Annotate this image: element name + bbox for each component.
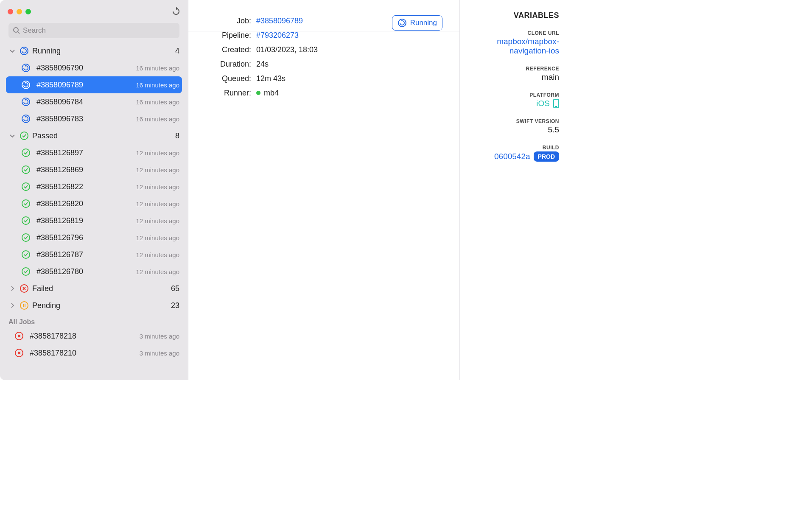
close-window-button[interactable]	[8, 9, 13, 14]
search-input[interactable]	[23, 26, 175, 35]
job-id: #3858126787	[36, 250, 83, 259]
label-queued: Queued:	[205, 74, 256, 83]
job-id: #3858096783	[36, 115, 83, 123]
all-jobs-label: All Jobs	[0, 314, 188, 328]
running-icon	[21, 80, 31, 90]
label-created: Created:	[205, 45, 256, 54]
runner-value: mb4	[256, 89, 279, 98]
job-row[interactable]: #385812679612 minutes ago	[0, 229, 188, 246]
job-id: #3858126822	[36, 182, 83, 191]
job-time: 12 minutes ago	[136, 166, 179, 174]
traffic-lights	[8, 9, 31, 14]
passed-icon	[21, 148, 31, 157]
var-clone-url-value[interactable]: mapbox/mapbox-navigation-ios	[469, 37, 559, 56]
job-id: #3858126819	[36, 216, 83, 225]
duration-value: 24s	[256, 60, 269, 69]
group-label: Passed	[32, 132, 58, 140]
job-time: 16 minutes ago	[136, 115, 179, 123]
job-link[interactable]: #3858096789	[256, 17, 303, 25]
variables-title: VARIABLES	[469, 11, 559, 20]
chevron-down-icon	[8, 47, 16, 55]
passed-icon	[21, 199, 31, 208]
refresh-button[interactable]	[172, 7, 180, 16]
queued-value: 12m 43s	[256, 74, 286, 83]
job-id: #3858178218	[30, 332, 76, 341]
job-row[interactable]: #3858096784 16 minutes ago	[0, 93, 188, 110]
running-icon	[20, 46, 29, 56]
job-id: #3858096789	[36, 81, 83, 90]
job-id: #3858126820	[36, 199, 83, 208]
group-count: 4	[175, 47, 179, 56]
job-time: 16 minutes ago	[136, 81, 179, 89]
group-header-pending[interactable]: Pending 23	[0, 297, 188, 314]
job-time: 12 minutes ago	[136, 234, 179, 241]
label-runner: Runner:	[205, 89, 256, 98]
minimize-window-button[interactable]	[17, 9, 22, 14]
job-row[interactable]: #385812682012 minutes ago	[0, 195, 188, 212]
search-wrap	[0, 23, 188, 42]
detail-body: Running Job:#3858096789 Pipeline:#793206…	[205, 14, 442, 100]
var-platform-value: iOS	[469, 99, 559, 108]
var-build-value: 0600542a PROD	[469, 151, 559, 162]
failed-icon	[14, 331, 24, 341]
titlebar	[0, 0, 188, 23]
job-row[interactable]: #385812689712 minutes ago	[0, 144, 188, 161]
failed-icon	[14, 348, 24, 358]
job-row[interactable]: #385812681912 minutes ago	[0, 212, 188, 229]
running-icon	[21, 114, 31, 123]
zoom-window-button[interactable]	[25, 9, 31, 14]
running-icon	[21, 63, 31, 73]
passed-icon	[21, 250, 31, 259]
search-field[interactable]	[8, 23, 179, 38]
status-text: Running	[410, 19, 437, 27]
job-row[interactable]: #38581782183 minutes ago	[0, 328, 188, 344]
group-header-running[interactable]: Running 4	[0, 42, 188, 59]
job-row[interactable]: #3858096790 16 minutes ago	[0, 59, 188, 76]
platform-text: iOS	[536, 99, 550, 108]
pipeline-link[interactable]: #793206273	[256, 31, 299, 40]
job-row[interactable]: #385812678712 minutes ago	[0, 246, 188, 263]
chevron-right-icon	[8, 285, 16, 292]
group-label: Pending	[32, 301, 60, 310]
passed-icon	[21, 267, 31, 276]
failed-icon	[20, 284, 29, 293]
search-icon	[13, 27, 20, 34]
sidebar: Running 4 #3858096790 16 minutes ago #38…	[0, 0, 188, 380]
chevron-down-icon	[8, 132, 16, 140]
job-row[interactable]: #3858096783 16 minutes ago	[0, 110, 188, 127]
var-reference-label: REFERENCE	[469, 66, 559, 72]
label-duration: Duration:	[205, 60, 256, 69]
passed-icon	[21, 216, 31, 225]
job-row[interactable]: #385812686912 minutes ago	[0, 161, 188, 178]
label-pipeline: Pipeline:	[205, 31, 256, 40]
job-id: #3858096784	[36, 98, 83, 106]
job-id: #3858178210	[30, 349, 76, 358]
job-row-selected[interactable]: #3858096789 16 minutes ago	[6, 76, 182, 93]
job-time: 3 minutes ago	[140, 333, 179, 340]
group-count: 65	[171, 284, 179, 293]
group-label: Running	[32, 47, 61, 56]
group-count: 8	[175, 132, 179, 140]
job-time: 12 minutes ago	[136, 200, 179, 207]
group-label: Failed	[32, 284, 53, 293]
job-time: 12 minutes ago	[136, 268, 179, 275]
running-icon	[398, 18, 407, 28]
job-time: 12 minutes ago	[136, 217, 179, 224]
build-hash[interactable]: 0600542a	[494, 152, 530, 161]
main: Running Job:#3858096789 Pipeline:#793206…	[188, 0, 568, 380]
group-header-failed[interactable]: Failed 65	[0, 280, 188, 297]
job-row[interactable]: #38581782103 minutes ago	[0, 344, 188, 361]
job-list[interactable]: Running 4 #3858096790 16 minutes ago #38…	[0, 42, 188, 380]
runner-name: mb4	[264, 89, 279, 98]
group-header-passed[interactable]: Passed 8	[0, 127, 188, 144]
passed-icon	[21, 233, 31, 242]
job-row[interactable]: #385812678012 minutes ago	[0, 263, 188, 280]
job-row[interactable]: #385812682212 minutes ago	[0, 178, 188, 195]
job-id: #3858126897	[36, 148, 83, 157]
variables-panel: VARIABLES CLONE URL mapbox/mapbox-naviga…	[460, 0, 568, 380]
chevron-right-icon	[8, 302, 16, 309]
running-icon	[21, 97, 31, 106]
var-reference-value: main	[469, 73, 559, 82]
passed-icon	[21, 165, 31, 174]
job-time: 16 minutes ago	[136, 98, 179, 106]
